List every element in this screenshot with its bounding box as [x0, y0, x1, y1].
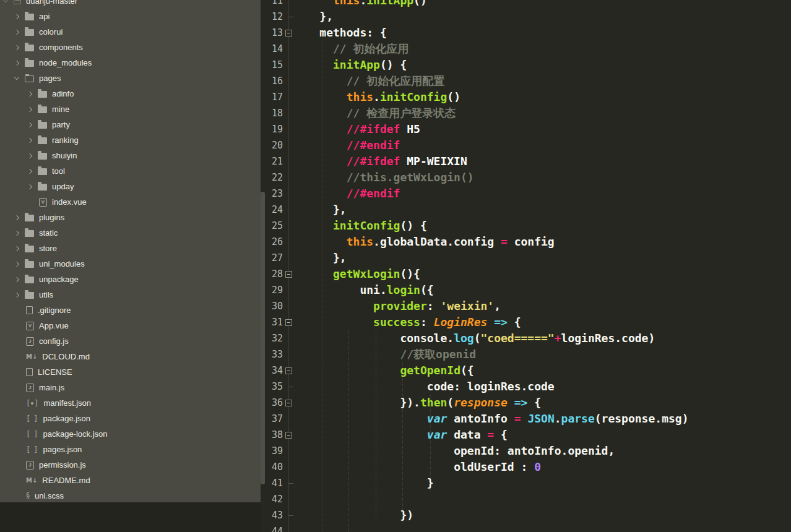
line-number-23[interactable]: 23: [262, 186, 283, 202]
code-line-19[interactable]: //#ifdef H5: [347, 121, 420, 137]
sidebar-file-manifest-json[interactable]: []manifest.json: [0, 395, 261, 411]
chevron-right-icon[interactable]: [14, 14, 19, 19]
chevron-right-icon[interactable]: [14, 215, 19, 220]
line-number-43[interactable]: 43: [262, 507, 283, 523]
sidebar-item-party[interactable]: party: [0, 117, 261, 132]
line-number-16[interactable]: 16: [262, 73, 283, 89]
code-line-34[interactable]: getOpenId({: [400, 363, 473, 379]
line-number-30[interactable]: 30: [262, 298, 283, 314]
line-number-32[interactable]: 32: [262, 330, 283, 346]
sidebar-file--gitignore[interactable]: .gitignore: [0, 302, 261, 318]
chevron-right-icon[interactable]: [27, 168, 32, 173]
chevron-right-icon[interactable]: [14, 246, 19, 251]
fold-collapse-icon[interactable]: [285, 271, 292, 278]
code-line-17[interactable]: this.initConfig(): [347, 89, 460, 105]
sidebar-item-store[interactable]: store: [0, 241, 261, 256]
fold-collapse-icon[interactable]: [285, 319, 292, 326]
code-line-37[interactable]: var antoInfo = JSON.parse(response.msg): [427, 411, 689, 427]
chevron-right-icon[interactable]: [14, 292, 19, 297]
line-number-20[interactable]: 20: [262, 137, 283, 153]
sidebar-item-unpackage[interactable]: unpackage: [0, 272, 261, 287]
code-line-31[interactable]: success: LoginRes => {: [373, 314, 521, 330]
sidebar-item-node-modules[interactable]: node_modules: [0, 55, 261, 71]
chevron-right-icon[interactable]: [14, 230, 19, 235]
chevron-right-icon[interactable]: [27, 91, 32, 96]
line-number-13[interactable]: 13: [262, 25, 283, 41]
code-line-25[interactable]: initConfig() {: [333, 218, 427, 234]
line-number-14[interactable]: 14: [262, 41, 283, 57]
sidebar-file-dcloud-md[interactable]: M↓DCLOUD.md: [0, 349, 261, 364]
code-line-12[interactable]: },: [319, 9, 333, 25]
code-line-15[interactable]: initApp() {: [333, 57, 407, 73]
line-number-18[interactable]: 18: [262, 105, 283, 121]
sidebar-file-license[interactable]: LICENSE: [0, 364, 261, 380]
sidebar-item-components[interactable]: components: [0, 40, 261, 55]
code-line-40[interactable]: oldUserId : 0: [454, 459, 541, 475]
sidebar-file-package-lock-json[interactable]: []package-lock.json: [0, 426, 261, 442]
code-line-16[interactable]: // 初始化应用配置: [347, 73, 445, 89]
code-line-36[interactable]: }).then(response => {: [400, 395, 541, 411]
chevron-right-icon[interactable]: [14, 277, 19, 281]
line-number-12[interactable]: 12: [262, 9, 283, 25]
chevron-right-icon[interactable]: [14, 45, 19, 49]
chevron-down-icon[interactable]: [3, 0, 8, 2]
line-number-41[interactable]: 41: [262, 475, 283, 491]
chevron-right-icon[interactable]: [14, 261, 19, 266]
sidebar-item-static[interactable]: static: [0, 225, 261, 241]
code-line-33[interactable]: //获取openid: [400, 346, 476, 363]
code-line-39[interactable]: openId: antoInfo.openid,: [454, 443, 615, 459]
sidebar-item-plugins[interactable]: plugins: [0, 210, 261, 225]
sidebar-item-pages[interactable]: pages: [0, 71, 261, 86]
line-number-27[interactable]: 27: [262, 250, 283, 266]
code-line-21[interactable]: //#ifdef MP-WEIXIN: [347, 153, 467, 169]
sidebar-item-tool[interactable]: tool: [0, 163, 261, 179]
code-line-26[interactable]: this.globalData.config = config: [347, 234, 555, 250]
line-number-24[interactable]: 24: [262, 202, 283, 218]
code-line-14[interactable]: // 初始化应用: [333, 41, 409, 57]
chevron-right-icon[interactable]: [27, 153, 32, 158]
sidebar-file-index-vue[interactable]: Vindex.vue: [0, 194, 261, 210]
code-line-38[interactable]: var data = {: [427, 427, 508, 443]
fold-collapse-icon[interactable]: [285, 432, 292, 439]
code-line-30[interactable]: provider: 'weixin',: [373, 298, 501, 314]
fold-collapse-icon[interactable]: [285, 30, 292, 36]
line-number-34[interactable]: 34: [262, 363, 283, 379]
code-line-35[interactable]: code: loginRes.code: [427, 379, 555, 395]
line-number-38[interactable]: 38: [262, 427, 283, 443]
sidebar-file-uni-scss[interactable]: §uni.scss: [0, 488, 261, 502]
line-number-11[interactable]: 11: [262, 0, 283, 9]
sidebar-file-config-js[interactable]: Jconfig.js: [0, 333, 261, 349]
line-number-37[interactable]: 37: [262, 411, 283, 427]
sidebar-scrollbar-thumb[interactable]: [261, 192, 265, 484]
chevron-down-icon[interactable]: [14, 75, 19, 80]
code-line-18[interactable]: // 检查用户登录状态: [347, 105, 456, 121]
line-number-15[interactable]: 15: [262, 57, 283, 73]
code-line-27[interactable]: },: [333, 250, 347, 266]
chevron-right-icon[interactable]: [27, 184, 32, 189]
code-editor[interactable]: 1112131415161718192021222324252627282930…: [261, 0, 791, 532]
sidebar-file-pages-json[interactable]: []pages.json: [0, 442, 261, 457]
sidebar-file-permission-js[interactable]: Jpermission.js: [0, 457, 261, 473]
sidebar-item-api[interactable]: api: [0, 9, 261, 24]
sidebar-item-colorui[interactable]: colorui: [0, 24, 261, 40]
line-number-25[interactable]: 25: [262, 218, 283, 234]
line-number-33[interactable]: 33: [262, 346, 283, 363]
line-number-21[interactable]: 21: [262, 153, 283, 169]
code-line-28[interactable]: getWxLogin(){: [333, 266, 420, 282]
fold-collapse-icon[interactable]: [285, 400, 292, 406]
code-line-32[interactable]: console.log("coed====="+loginRes.code): [400, 330, 655, 346]
line-number-19[interactable]: 19: [262, 121, 283, 137]
code-line-13[interactable]: methods: {: [319, 25, 386, 41]
sidebar-item-mine[interactable]: mine: [0, 101, 261, 117]
chevron-right-icon[interactable]: [27, 122, 32, 127]
code-line-22[interactable]: //this.getWxLogin(): [347, 169, 474, 186]
line-number-26[interactable]: 26: [262, 234, 283, 250]
code-line-20[interactable]: //#endif: [347, 137, 400, 153]
chevron-right-icon[interactable]: [27, 137, 32, 142]
code-line-43[interactable]: }): [400, 507, 413, 523]
chevron-right-icon[interactable]: [14, 60, 19, 65]
code-line-29[interactable]: uni.login({: [360, 282, 433, 298]
line-number-39[interactable]: 39: [262, 443, 283, 459]
chevron-right-icon[interactable]: [14, 29, 19, 34]
code-line-23[interactable]: //#endif: [347, 186, 400, 202]
